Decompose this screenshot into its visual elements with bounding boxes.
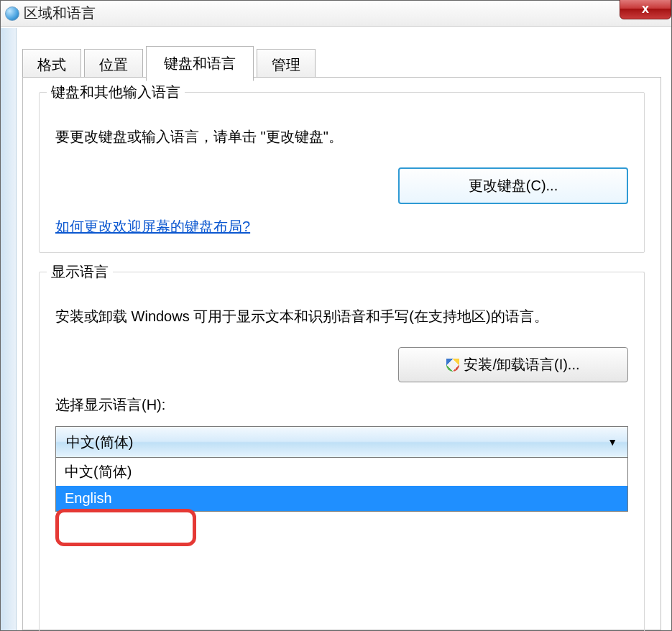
select-display-language-label: 选择显示语言(H):: [55, 395, 628, 415]
close-button[interactable]: x: [620, 0, 671, 19]
tab-keyboard-language[interactable]: 键盘和语言: [146, 46, 254, 81]
globe-icon: [5, 6, 19, 21]
keyboard-desc: 要更改键盘或输入语言，请单击 "更改键盘"。: [55, 126, 628, 147]
tab-panel: 键盘和其他输入语言 要更改键盘或输入语言，请单击 "更改键盘"。 更改键盘(C)…: [22, 77, 661, 630]
combobox-value: 中文(简体): [66, 433, 133, 452]
group-display-legend: 显示语言: [47, 262, 113, 282]
dropdown-option-en[interactable]: English: [56, 486, 627, 511]
shield-icon: [446, 359, 459, 372]
change-keyboard-row: 更改键盘(C)...: [55, 167, 628, 204]
titlebar: 区域和语言 x: [1, 1, 671, 27]
window-title: 区域和语言: [24, 4, 96, 23]
chevron-down-icon: ▼: [607, 436, 617, 448]
tabstrip: 格式 位置 键盘和语言 管理: [22, 45, 318, 80]
display-desc: 安装或卸载 Windows 可用于显示文本和识别语音和手写(在支持地区)的语言。: [55, 305, 628, 327]
group-keyboard-legend: 键盘和其他输入语言: [47, 83, 185, 102]
install-btn-label: 安装/卸载语言(I)...: [464, 356, 579, 372]
display-language-dropdown: 中文(简体) English: [55, 458, 628, 512]
display-language-combobox[interactable]: 中文(简体) ▼: [55, 426, 628, 458]
change-keyboard-button[interactable]: 更改键盘(C)...: [398, 167, 628, 204]
dropdown-option-zh[interactable]: 中文(简体): [56, 458, 627, 486]
window-frame-left: [1, 28, 17, 630]
welcome-keyboard-link[interactable]: 如何更改欢迎屏幕的键盘布局?: [55, 218, 250, 234]
region-language-window: 区域和语言 x 格式 位置 键盘和语言 管理 键盘和其他输入语言 要更改键盘或输…: [0, 0, 672, 631]
install-language-row: 安装/卸载语言(I)...: [55, 347, 628, 382]
group-keyboard-input: 键盘和其他输入语言 要更改键盘或输入语言，请单击 "更改键盘"。 更改键盘(C)…: [39, 92, 645, 253]
group-display-language: 显示语言 安装或卸载 Windows 可用于显示文本和识别语音和手写(在支持地区…: [39, 272, 645, 631]
install-uninstall-language-button[interactable]: 安装/卸载语言(I)...: [398, 347, 628, 382]
